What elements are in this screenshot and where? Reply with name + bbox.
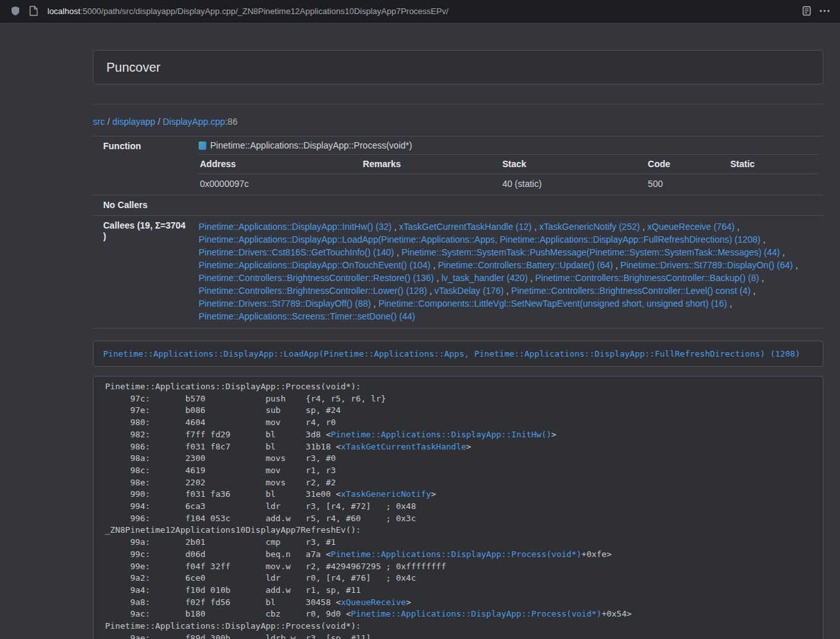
code-symbol-link[interactable]: xTaskGenericNotify bbox=[341, 489, 431, 499]
remarks-value bbox=[361, 174, 501, 195]
function-row: Function Pinetime::Applications::Display… bbox=[93, 136, 823, 195]
reader-view-icon[interactable] bbox=[798, 2, 816, 20]
callee-link[interactable]: Pinetime::Controllers::Battery::Update()… bbox=[438, 260, 613, 270]
code-symbol-link[interactable]: Pinetime::Applications::DisplayApp::Proc… bbox=[331, 549, 581, 559]
callee-link[interactable]: Pinetime::Drivers::St7789::DisplayOff() … bbox=[199, 298, 371, 309]
url-bar[interactable]: localhost:5000/path/src/displayapp/Displ… bbox=[42, 2, 798, 20]
kebab-menu-icon[interactable] bbox=[816, 2, 834, 20]
column-header-remarks: Remarks bbox=[361, 155, 501, 174]
breadcrumb-link-src[interactable]: src bbox=[93, 117, 105, 127]
app-title: Puncover bbox=[106, 60, 810, 75]
callee-link[interactable]: Pinetime::Drivers::St7789::DisplayOn() (… bbox=[620, 260, 793, 270]
breadcrumb-link-displayapp.cpp[interactable]: DisplayApp.cpp bbox=[163, 117, 225, 127]
callee-separator: , bbox=[613, 260, 621, 270]
callee-separator: , bbox=[434, 273, 441, 283]
browser-toolbar: localhost:5000/path/src/displayapp/Displ… bbox=[0, 0, 840, 22]
callee-separator: , bbox=[759, 273, 764, 283]
no-callers-row: No Callers bbox=[93, 195, 823, 216]
callee-link[interactable]: Pinetime::Components::LittleVgl::SetNewT… bbox=[379, 298, 727, 309]
callee-separator: , bbox=[793, 260, 798, 270]
column-header-stack: Stack bbox=[501, 155, 646, 174]
callee-link[interactable]: Pinetime::Drivers::Cst816S::GetTouchInfo… bbox=[199, 247, 394, 257]
callees-label: Callees (19, Σ=3704 ) bbox=[93, 216, 194, 328]
callee-separator: , bbox=[640, 222, 648, 232]
details-value-row: 0x0000097c 40 (static) 500 bbox=[199, 174, 818, 195]
function-name-row: Pinetime::Applications::DisplayApp::Proc… bbox=[199, 140, 818, 151]
column-header-code: Code bbox=[646, 155, 729, 174]
callee-separator: , bbox=[371, 298, 379, 309]
callee-separator: , bbox=[727, 298, 732, 309]
code-symbol-link[interactable]: xTaskGetCurrentTaskHandle bbox=[341, 442, 466, 451]
callees-row: Callees (19, Σ=3704 ) Pinetime::Applicat… bbox=[93, 216, 823, 328]
address-value: 0x0000097c bbox=[199, 174, 361, 195]
callee-separator: , bbox=[427, 286, 434, 296]
callee-link[interactable]: Pinetime::Applications::DisplayApp::OnTo… bbox=[199, 260, 431, 270]
callee-separator: , bbox=[391, 222, 399, 232]
callee-separator: , bbox=[761, 234, 766, 245]
callee-separator: , bbox=[394, 247, 402, 257]
callee-link[interactable]: Pinetime::Applications::DisplayApp::Load… bbox=[199, 234, 761, 245]
symbol-panel-link[interactable]: Pinetime::Applications::DisplayApp::Load… bbox=[103, 349, 800, 359]
column-header-address: Address bbox=[199, 155, 361, 174]
callee-separator: , bbox=[431, 260, 438, 270]
callee-separator: , bbox=[734, 222, 739, 232]
function-name: Pinetime::Applications::DisplayApp::Proc… bbox=[210, 140, 412, 151]
code-size-value: 500 bbox=[646, 174, 729, 195]
no-callers-label: No Callers bbox=[93, 195, 194, 216]
code-symbol-link[interactable]: xQueueReceive bbox=[341, 597, 406, 607]
callee-link[interactable]: xTaskGetCurrentTaskHandle (12) bbox=[399, 222, 532, 232]
disassembly-code: Pinetime::Applications::DisplayApp::Proc… bbox=[93, 376, 823, 639]
app-header-panel: Puncover bbox=[93, 50, 823, 85]
static-value bbox=[729, 174, 818, 195]
callee-separator: , bbox=[504, 286, 511, 296]
page-content: Puncover src / displayapp / DisplayApp.c… bbox=[0, 22, 840, 639]
callee-link[interactable]: xTaskGenericNotify (252) bbox=[539, 222, 639, 232]
callee-link[interactable]: Pinetime::Applications::DisplayApp::Init… bbox=[199, 222, 391, 232]
callee-separator: , bbox=[532, 222, 539, 232]
callee-link[interactable]: Pinetime::System::SystemTask::PushMessag… bbox=[402, 247, 780, 257]
callee-separator: , bbox=[780, 247, 785, 257]
breadcrumb-line-number: :86 bbox=[225, 117, 237, 127]
url-host: localhost bbox=[47, 6, 80, 16]
column-header-static: Static bbox=[729, 155, 818, 174]
breadcrumb-link-displayapp[interactable]: displayapp bbox=[112, 117, 155, 127]
header-divider bbox=[93, 104, 823, 104]
stack-value: 40 (static) bbox=[501, 174, 646, 195]
symbol-panel: Pinetime::Applications::DisplayApp::Load… bbox=[93, 341, 823, 367]
callee-link[interactable]: Pinetime::Controllers::BrightnessControl… bbox=[535, 273, 759, 283]
callee-link[interactable]: Pinetime::Controllers::BrightnessControl… bbox=[199, 273, 434, 283]
details-header-row: Address Remarks Stack Code Static bbox=[199, 155, 818, 174]
code-symbol-link[interactable]: Pinetime::Applications::DisplayApp::Proc… bbox=[351, 609, 602, 619]
function-table: Function Pinetime::Applications::Display… bbox=[93, 136, 823, 328]
breadcrumb-separator: / bbox=[105, 117, 113, 127]
callee-separator: , bbox=[750, 286, 755, 296]
function-icon bbox=[199, 142, 206, 150]
breadcrumb-separator: / bbox=[155, 117, 163, 127]
callee-link[interactable]: xQueueReceive (764) bbox=[647, 222, 734, 232]
callee-separator: , bbox=[528, 273, 536, 283]
tracking-protection-shield-icon[interactable] bbox=[6, 2, 24, 20]
url-path: :5000/path/src/displayapp/DisplayApp.cpp… bbox=[80, 6, 449, 16]
callee-link[interactable]: lv_task_handler (420) bbox=[441, 273, 528, 283]
callee-link[interactable]: Pinetime::Controllers::BrightnessControl… bbox=[199, 286, 427, 296]
callee-link[interactable]: Pinetime::Controllers::BrightnessControl… bbox=[511, 286, 750, 296]
callees-list: Pinetime::Applications::DisplayApp::Init… bbox=[194, 216, 823, 328]
breadcrumb: src / displayapp / DisplayApp.cpp:86 bbox=[93, 117, 823, 127]
function-row-label: Function bbox=[93, 136, 194, 195]
code-symbol-link[interactable]: Pinetime::Applications::DisplayApp::Init… bbox=[331, 430, 551, 439]
function-details-table: Address Remarks Stack Code Static 0x0000… bbox=[199, 154, 818, 195]
callee-link[interactable]: vTaskDelay (176) bbox=[434, 286, 504, 296]
page-info-icon[interactable] bbox=[24, 2, 42, 20]
callee-link[interactable]: Pinetime::Applications::Screens::Timer::… bbox=[199, 311, 415, 321]
